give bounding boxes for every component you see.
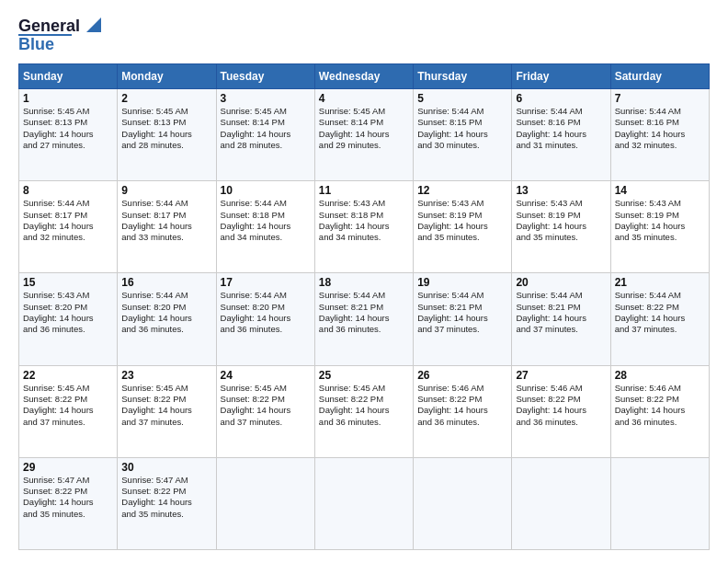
calendar-week-row: 22Sunrise: 5:45 AMSunset: 8:22 PMDayligh… — [19, 365, 710, 457]
day-number: 16 — [121, 276, 211, 289]
day-number: 4 — [319, 92, 409, 105]
day-number: 15 — [23, 276, 113, 289]
calendar-cell: 30Sunrise: 5:47 AMSunset: 8:22 PMDayligh… — [118, 457, 216, 549]
cell-info: Sunrise: 5:45 AMSunset: 8:22 PMDaylight:… — [221, 383, 291, 427]
calendar-cell: 13Sunrise: 5:43 AMSunset: 8:19 PMDayligh… — [512, 181, 610, 273]
calendar-header-row: SundayMondayTuesdayWednesdayThursdayFrid… — [19, 64, 710, 89]
calendar-cell: 2Sunrise: 5:45 AMSunset: 8:13 PMDaylight… — [118, 89, 216, 181]
day-number: 20 — [516, 276, 606, 289]
calendar-cell: 15Sunrise: 5:43 AMSunset: 8:20 PMDayligh… — [19, 273, 118, 365]
cell-info: Sunrise: 5:43 AMSunset: 8:18 PMDaylight:… — [319, 198, 390, 242]
logo: General Blue — [18, 17, 101, 54]
calendar-cell: 14Sunrise: 5:43 AMSunset: 8:19 PMDayligh… — [610, 181, 709, 273]
cell-info: Sunrise: 5:46 AMSunset: 8:22 PMDaylight:… — [417, 383, 488, 427]
calendar-cell: 17Sunrise: 5:44 AMSunset: 8:20 PMDayligh… — [216, 273, 314, 365]
calendar-cell — [610, 457, 709, 549]
cell-info: Sunrise: 5:44 AMSunset: 8:17 PMDaylight:… — [121, 198, 192, 242]
calendar-cell: 6Sunrise: 5:44 AMSunset: 8:16 PMDaylight… — [512, 89, 610, 181]
cell-info: Sunrise: 5:46 AMSunset: 8:22 PMDaylight:… — [516, 383, 586, 427]
day-number: 22 — [23, 369, 113, 382]
calendar-body: 1Sunrise: 5:45 AMSunset: 8:13 PMDaylight… — [19, 89, 710, 550]
calendar-cell: 27Sunrise: 5:46 AMSunset: 8:22 PMDayligh… — [512, 365, 610, 457]
day-number: 2 — [121, 92, 211, 105]
calendar-cell: 21Sunrise: 5:44 AMSunset: 8:22 PMDayligh… — [610, 273, 709, 365]
day-number: 11 — [319, 184, 409, 197]
cell-info: Sunrise: 5:45 AMSunset: 8:14 PMDaylight:… — [319, 106, 390, 150]
calendar-table: SundayMondayTuesdayWednesdayThursdayFrid… — [18, 63, 710, 550]
calendar-week-row: 29Sunrise: 5:47 AMSunset: 8:22 PMDayligh… — [19, 457, 710, 549]
calendar-cell: 19Sunrise: 5:44 AMSunset: 8:21 PMDayligh… — [414, 273, 512, 365]
cell-info: Sunrise: 5:45 AMSunset: 8:22 PMDaylight:… — [23, 383, 94, 427]
calendar-cell — [512, 457, 610, 549]
calendar-cell: 8Sunrise: 5:44 AMSunset: 8:17 PMDaylight… — [19, 181, 118, 273]
logo-icon — [81, 17, 101, 34]
day-number: 24 — [221, 369, 311, 382]
cell-info: Sunrise: 5:44 AMSunset: 8:20 PMDaylight:… — [121, 290, 192, 334]
calendar-cell: 18Sunrise: 5:44 AMSunset: 8:21 PMDayligh… — [314, 273, 413, 365]
calendar-cell: 5Sunrise: 5:44 AMSunset: 8:15 PMDaylight… — [414, 89, 512, 181]
cell-info: Sunrise: 5:43 AMSunset: 8:19 PMDaylight:… — [615, 198, 686, 242]
calendar-weekday-thursday: Thursday — [414, 64, 512, 89]
day-number: 21 — [615, 276, 705, 289]
cell-info: Sunrise: 5:44 AMSunset: 8:21 PMDaylight:… — [417, 290, 488, 334]
day-number: 25 — [319, 369, 409, 382]
header: General Blue — [18, 17, 710, 54]
cell-info: Sunrise: 5:44 AMSunset: 8:16 PMDaylight:… — [516, 106, 586, 150]
cell-info: Sunrise: 5:46 AMSunset: 8:22 PMDaylight:… — [615, 383, 686, 427]
day-number: 1 — [23, 92, 113, 105]
day-number: 19 — [417, 276, 507, 289]
calendar-cell: 4Sunrise: 5:45 AMSunset: 8:14 PMDaylight… — [314, 89, 413, 181]
cell-info: Sunrise: 5:44 AMSunset: 8:18 PMDaylight:… — [221, 198, 291, 242]
day-number: 29 — [23, 461, 113, 474]
page: General Blue SundayMondayTuesdayWednesda… — [0, 0, 728, 563]
day-number: 6 — [516, 92, 606, 105]
day-number: 9 — [121, 184, 211, 197]
calendar-cell: 10Sunrise: 5:44 AMSunset: 8:18 PMDayligh… — [216, 181, 314, 273]
calendar-cell: 29Sunrise: 5:47 AMSunset: 8:22 PMDayligh… — [19, 457, 118, 549]
cell-info: Sunrise: 5:47 AMSunset: 8:22 PMDaylight:… — [23, 475, 94, 519]
cell-info: Sunrise: 5:44 AMSunset: 8:15 PMDaylight:… — [417, 106, 488, 150]
calendar-cell: 9Sunrise: 5:44 AMSunset: 8:17 PMDaylight… — [118, 181, 216, 273]
cell-info: Sunrise: 5:47 AMSunset: 8:22 PMDaylight:… — [121, 475, 192, 519]
calendar-cell — [414, 457, 512, 549]
day-number: 8 — [23, 184, 113, 197]
cell-info: Sunrise: 5:43 AMSunset: 8:19 PMDaylight:… — [516, 198, 586, 242]
day-number: 7 — [615, 92, 705, 105]
calendar-weekday-saturday: Saturday — [610, 64, 709, 89]
logo-blue-text: Blue — [18, 35, 54, 54]
day-number: 26 — [417, 369, 507, 382]
cell-info: Sunrise: 5:44 AMSunset: 8:22 PMDaylight:… — [615, 290, 686, 334]
day-number: 12 — [417, 184, 507, 197]
day-number: 30 — [121, 461, 211, 474]
calendar-week-row: 1Sunrise: 5:45 AMSunset: 8:13 PMDaylight… — [19, 89, 710, 181]
cell-info: Sunrise: 5:43 AMSunset: 8:19 PMDaylight:… — [417, 198, 488, 242]
calendar-cell: 25Sunrise: 5:45 AMSunset: 8:22 PMDayligh… — [314, 365, 413, 457]
calendar-week-row: 15Sunrise: 5:43 AMSunset: 8:20 PMDayligh… — [19, 273, 710, 365]
calendar-cell: 1Sunrise: 5:45 AMSunset: 8:13 PMDaylight… — [19, 89, 118, 181]
day-number: 17 — [221, 276, 311, 289]
day-number: 10 — [221, 184, 311, 197]
calendar-cell: 12Sunrise: 5:43 AMSunset: 8:19 PMDayligh… — [414, 181, 512, 273]
day-number: 28 — [615, 369, 705, 382]
cell-info: Sunrise: 5:44 AMSunset: 8:16 PMDaylight:… — [615, 106, 686, 150]
calendar-cell: 16Sunrise: 5:44 AMSunset: 8:20 PMDayligh… — [118, 273, 216, 365]
logo-general-text: General — [18, 17, 80, 36]
cell-info: Sunrise: 5:45 AMSunset: 8:14 PMDaylight:… — [221, 106, 291, 150]
calendar-cell: 28Sunrise: 5:46 AMSunset: 8:22 PMDayligh… — [610, 365, 709, 457]
cell-info: Sunrise: 5:44 AMSunset: 8:17 PMDaylight:… — [23, 198, 94, 242]
svg-marker-0 — [86, 17, 101, 32]
calendar-weekday-tuesday: Tuesday — [216, 64, 314, 89]
calendar-weekday-wednesday: Wednesday — [314, 64, 413, 89]
calendar-week-row: 8Sunrise: 5:44 AMSunset: 8:17 PMDaylight… — [19, 181, 710, 273]
calendar-weekday-friday: Friday — [512, 64, 610, 89]
cell-info: Sunrise: 5:45 AMSunset: 8:22 PMDaylight:… — [121, 383, 192, 427]
day-number: 14 — [615, 184, 705, 197]
cell-info: Sunrise: 5:45 AMSunset: 8:13 PMDaylight:… — [23, 106, 94, 150]
calendar-cell: 20Sunrise: 5:44 AMSunset: 8:21 PMDayligh… — [512, 273, 610, 365]
day-number: 3 — [221, 92, 311, 105]
cell-info: Sunrise: 5:44 AMSunset: 8:21 PMDaylight:… — [319, 290, 390, 334]
cell-info: Sunrise: 5:45 AMSunset: 8:13 PMDaylight:… — [121, 106, 192, 150]
calendar-cell: 24Sunrise: 5:45 AMSunset: 8:22 PMDayligh… — [216, 365, 314, 457]
calendar-cell: 22Sunrise: 5:45 AMSunset: 8:22 PMDayligh… — [19, 365, 118, 457]
cell-info: Sunrise: 5:44 AMSunset: 8:20 PMDaylight:… — [221, 290, 291, 334]
